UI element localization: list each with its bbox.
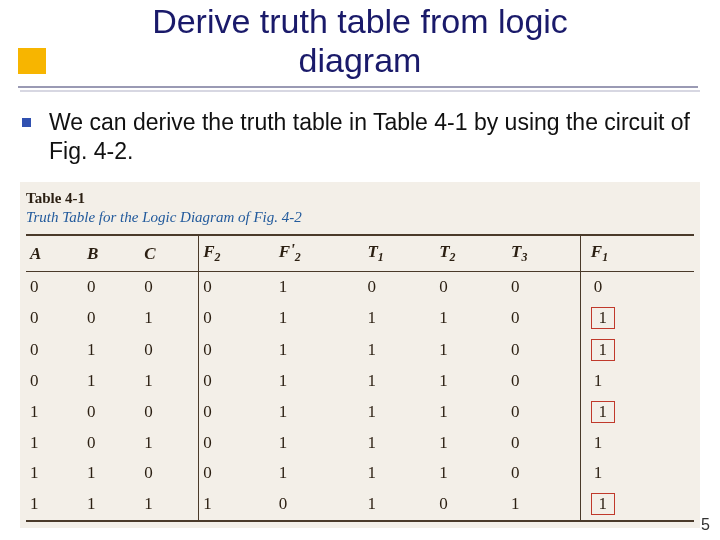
table-cell: 1 [199, 488, 275, 521]
table-cell: 0 [26, 272, 83, 303]
th-F2prime: F'2 [275, 235, 364, 272]
table-cell: 0 [140, 458, 199, 488]
table-cell: 1 [140, 366, 199, 396]
table-cell-f1: 1 [580, 334, 694, 366]
table-cell: 0 [199, 366, 275, 396]
table-cell: 0 [507, 272, 580, 303]
table-cell: 1 [435, 458, 507, 488]
table-cell: 0 [140, 334, 199, 366]
table-cell: 0 [275, 488, 364, 521]
table-cell-f1: 0 [580, 272, 694, 303]
f1-value: 0 [591, 277, 613, 297]
table-row: 100011101 [26, 396, 694, 428]
table-cell: 0 [83, 272, 140, 303]
table-cell: 1 [363, 302, 435, 334]
table-cell: 1 [275, 334, 364, 366]
table-cell: 0 [199, 396, 275, 428]
title-underline-shadow [20, 90, 700, 92]
th-B: B [83, 235, 140, 272]
table-cell: 1 [26, 396, 83, 428]
table-cell: 0 [199, 458, 275, 488]
table-cell: 0 [199, 334, 275, 366]
th-F2: F2 [199, 235, 275, 272]
table-cell: 1 [275, 302, 364, 334]
table-cell: 0 [26, 334, 83, 366]
table-cell: 0 [199, 302, 275, 334]
table-cell-f1: 1 [580, 366, 694, 396]
table-cell: 0 [507, 366, 580, 396]
table-cell-f1: 1 [580, 302, 694, 334]
th-T1: T1 [363, 235, 435, 272]
table-cell: 0 [140, 396, 199, 428]
f1-highlight-box: 1 [591, 493, 615, 515]
table-row: 110011101 [26, 458, 694, 488]
title-area: Derive truth table from logic diagram [0, 2, 720, 80]
table-cell: 1 [435, 396, 507, 428]
table-cell: 1 [26, 428, 83, 458]
table-cell: 1 [507, 488, 580, 521]
f1-highlight-box: 1 [591, 401, 615, 423]
table-cell-f1: 1 [580, 396, 694, 428]
table-cell-f1: 1 [580, 428, 694, 458]
table-cell: 1 [435, 334, 507, 366]
table-caption: Truth Table for the Logic Diagram of Fig… [26, 209, 694, 226]
table-cell: 0 [507, 302, 580, 334]
table-cell: 1 [140, 488, 199, 521]
table-cell: 1 [140, 302, 199, 334]
table-cell: 1 [275, 272, 364, 303]
table-cell: 1 [435, 302, 507, 334]
table-cell: 0 [435, 488, 507, 521]
table-cell: 1 [275, 396, 364, 428]
bullet-text: We can derive the truth table in Table 4… [49, 108, 692, 166]
table-cell: 1 [363, 396, 435, 428]
table-cell: 0 [199, 272, 275, 303]
table-cell: 1 [26, 458, 83, 488]
table-cell: 0 [363, 272, 435, 303]
table-cell: 1 [275, 428, 364, 458]
title-underline [18, 86, 698, 88]
table-row: 001011101 [26, 302, 694, 334]
table-cell: 1 [363, 458, 435, 488]
table-cell: 1 [435, 366, 507, 396]
truth-table: A B C F2 F'2 T1 T2 T3 F1 000010000001011… [26, 234, 694, 522]
table-cell: 1 [83, 366, 140, 396]
table-cell: 1 [363, 428, 435, 458]
body-area: We can derive the truth table in Table 4… [22, 108, 692, 166]
table-row: 000010000 [26, 272, 694, 303]
table-cell: 0 [26, 302, 83, 334]
table-cell: 0 [83, 428, 140, 458]
f1-highlight-box: 1 [591, 339, 615, 361]
table-cell: 1 [83, 458, 140, 488]
th-T2: T2 [435, 235, 507, 272]
table-cell: 0 [507, 428, 580, 458]
table-cell: 0 [507, 396, 580, 428]
table-cell: 1 [363, 366, 435, 396]
bullet-square-icon [22, 118, 31, 127]
table-row: 111101011 [26, 488, 694, 521]
table-label: Table 4-1 [26, 190, 694, 207]
f1-value: 1 [591, 371, 613, 391]
table-cell: 0 [83, 302, 140, 334]
slide-title-line1: Derive truth table from logic [0, 2, 720, 41]
table-cell-f1: 1 [580, 488, 694, 521]
table-cell: 0 [140, 272, 199, 303]
table-cell: 1 [363, 488, 435, 521]
table-cell: 1 [83, 488, 140, 521]
slide-title-line2: diagram [0, 41, 720, 80]
th-A: A [26, 235, 83, 272]
table-cell-f1: 1 [580, 458, 694, 488]
table-cell: 1 [140, 428, 199, 458]
table-cell: 0 [83, 396, 140, 428]
truth-table-wrap: Table 4-1 Truth Table for the Logic Diag… [20, 182, 700, 528]
th-F1: F1 [580, 235, 694, 272]
table-header-row: A B C F2 F'2 T1 T2 T3 F1 [26, 235, 694, 272]
table-cell: 1 [26, 488, 83, 521]
th-T3: T3 [507, 235, 580, 272]
table-cell: 1 [435, 428, 507, 458]
table-cell: 0 [507, 334, 580, 366]
bullet-row: We can derive the truth table in Table 4… [22, 108, 692, 166]
table-row: 011011101 [26, 366, 694, 396]
table-row: 101011101 [26, 428, 694, 458]
table-cell: 1 [275, 366, 364, 396]
table-row: 010011101 [26, 334, 694, 366]
